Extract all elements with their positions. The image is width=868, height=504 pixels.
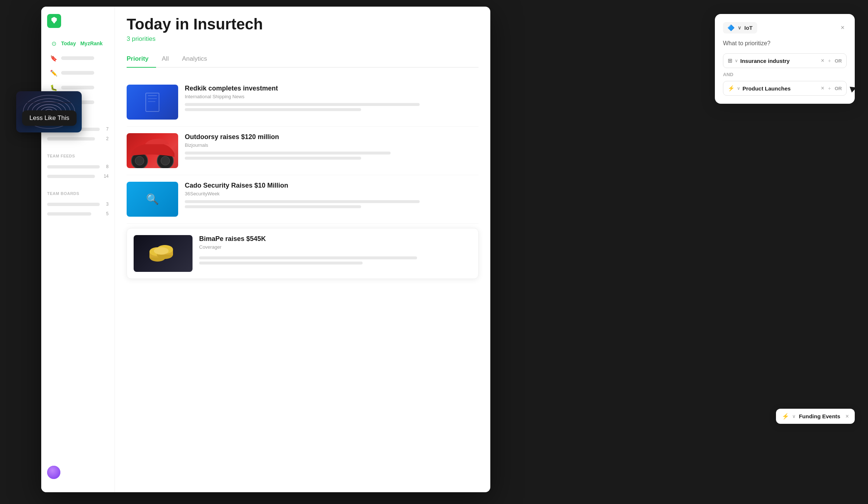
team-board-2-label xyxy=(47,212,91,216)
team-board-item-1[interactable]: 3 xyxy=(47,199,109,209)
app-logo[interactable] xyxy=(47,14,61,28)
sidebar-item-bookmarks[interactable]: 🔖 xyxy=(44,52,112,65)
article-item-highlighted[interactable]: BimaPe raises $545K Coverager xyxy=(127,228,479,279)
funding-events-icon: ⚡ xyxy=(782,413,789,420)
svg-point-5 xyxy=(135,156,144,165)
team-board-1-count: 3 xyxy=(103,202,109,207)
sidebar: ⊙ Today MyzRank 🔖 ✏️ 🐛 xyxy=(41,7,115,492)
team-feed-item-2[interactable]: 14 xyxy=(47,171,109,181)
funding-events-popup[interactable]: ⚡ ∨ Funding Events × xyxy=(776,409,855,424)
article-2-bar-2 xyxy=(185,157,361,160)
leo-item-2-count: 2 xyxy=(103,136,109,141)
feedly-icon xyxy=(50,17,58,25)
filter-and-label: AND xyxy=(723,72,847,77)
leo-item-2-label xyxy=(47,137,95,141)
article-1-bar-1 xyxy=(185,103,420,106)
leo-priority-item-2[interactable]: 2 xyxy=(47,134,109,143)
article-3-thumbnail: 🔍 xyxy=(127,182,178,217)
insurance-industry-chip[interactable]: ⊞ ∨ Insurance industry × + OR xyxy=(723,53,847,68)
article-3-bar-1 xyxy=(185,200,420,203)
team-feed-2-label xyxy=(47,175,95,178)
filter-panel-header: 🔷 ∨ IoT × xyxy=(723,22,847,33)
sidebar-item-edit[interactable]: ✏️ xyxy=(44,66,112,79)
article-list: Redkik completes investment Internationa… xyxy=(127,78,479,279)
avatar[interactable] xyxy=(47,466,60,479)
team-board-item-2[interactable]: 5 xyxy=(47,209,109,219)
sidebar-bookmark-label xyxy=(61,56,94,60)
team-boards-section: TEAM BOARDS 3 5 xyxy=(41,184,114,221)
chip2-close[interactable]: × xyxy=(821,85,824,92)
article-item[interactable]: Redkik completes investment Internationa… xyxy=(127,78,479,127)
chip1-close[interactable]: × xyxy=(821,57,824,64)
article-2-thumbnail xyxy=(127,133,178,168)
avatar-image xyxy=(47,466,60,479)
leo-item-1-count: 7 xyxy=(103,127,109,132)
article-2-bar-1 xyxy=(185,152,391,155)
article-1-info: Redkik completes investment Internationa… xyxy=(185,85,479,120)
article-2-info: Outdoorsy raises $120 million Bizjournal… xyxy=(185,133,479,168)
funding-events-close[interactable]: × xyxy=(846,413,849,420)
svg-point-14 xyxy=(154,247,169,255)
chip2-or: OR xyxy=(835,86,842,91)
cursor-arrow: ▶ xyxy=(849,83,858,94)
article-3-info: Cado Security Raises $10 Million 36Secur… xyxy=(185,182,479,217)
chip1-icon: ⊞ xyxy=(728,57,733,64)
article-4-bar-1 xyxy=(199,256,417,259)
article-4-info: BimaPe raises $545K Coverager xyxy=(199,235,472,272)
team-board-1-label xyxy=(47,203,100,206)
tab-priority[interactable]: Priority xyxy=(127,52,156,67)
edit-icon: ✏️ xyxy=(50,69,57,77)
team-feed-1-label xyxy=(47,165,100,168)
svg-point-7 xyxy=(161,156,170,165)
page-heading: Today in Insurtech xyxy=(127,15,479,33)
sidebar-item-today[interactable]: ⊙ Today MyzRank xyxy=(44,37,112,50)
article-1-source: International Shipping News xyxy=(185,94,479,99)
filter-question: What to prioritize? xyxy=(723,40,847,47)
page-subheading: 3 priorities xyxy=(127,35,479,43)
article-3-source: 36SecurityWeek xyxy=(185,191,479,196)
tab-analytics[interactable]: Analytics xyxy=(182,52,214,67)
article-1-title: Redkik completes investment xyxy=(185,85,479,92)
app-title: MyzRank xyxy=(80,40,103,46)
article-1-thumbnail xyxy=(127,85,178,120)
team-feed-item-1[interactable]: 8 xyxy=(47,162,109,171)
home-icon: ⊙ xyxy=(50,40,57,47)
sidebar-bug-label xyxy=(61,86,94,89)
user-avatar-section xyxy=(41,460,114,485)
tab-all[interactable]: All xyxy=(162,52,176,67)
less-like-this-bubble[interactable]: Less Like This xyxy=(22,110,77,126)
article-4-source: Coverager xyxy=(199,244,472,250)
article-1-bar-2 xyxy=(185,108,361,111)
bug-icon: 🐛 xyxy=(50,84,57,91)
article-item[interactable]: 🔍 Cado Security Raises $10 Million 36Sec… xyxy=(127,175,479,224)
article-4-bar-2 xyxy=(199,262,363,265)
bookmark-icon: 🔖 xyxy=(50,54,57,62)
chip1-or: OR xyxy=(835,58,842,64)
less-like-this-label: Less Like This xyxy=(29,114,69,121)
iot-label: IoT xyxy=(744,25,753,31)
funding-events-label: Funding Events xyxy=(799,413,840,419)
article-item[interactable]: Outdoorsy raises $120 million Bizjournal… xyxy=(127,127,479,175)
team-boards-title: TEAM BOARDS xyxy=(47,191,109,196)
article-2-bars xyxy=(185,152,479,160)
chip1-label: Insurance industry xyxy=(740,58,819,64)
chip2-icon: ⚡ xyxy=(728,85,735,92)
filter-panel-close-button[interactable]: × xyxy=(839,24,847,32)
product-launches-chip[interactable]: ⚡ ∨ Product Launches × + OR ▶ xyxy=(723,81,847,96)
article-1-bars xyxy=(185,103,479,111)
filter-panel: 🔷 ∨ IoT × What to prioritize? ⊞ ∨ Insura… xyxy=(715,14,855,104)
sidebar-today-label: Today xyxy=(61,40,76,46)
iot-badge[interactable]: 🔷 ∨ IoT xyxy=(723,22,757,33)
article-4-title: BimaPe raises $545K xyxy=(199,235,472,243)
main-content: Today in Insurtech 3 priorities Priority… xyxy=(115,7,490,492)
chip2-label: Product Launches xyxy=(742,85,819,92)
team-feed-2-count: 14 xyxy=(103,174,109,179)
team-feeds-title: TEAM FEEDS xyxy=(47,154,109,158)
iot-icon: 🔷 xyxy=(727,24,735,31)
article-4-bars xyxy=(199,253,472,265)
article-2-title: Outdoorsy raises $120 million xyxy=(185,133,479,141)
sidebar-edit-label xyxy=(61,71,94,75)
article-3-bar-2 xyxy=(185,205,361,208)
page-content-area: Today in Insurtech 3 priorities Priority… xyxy=(115,7,490,492)
article-3-title: Cado Security Raises $10 Million xyxy=(185,182,479,189)
